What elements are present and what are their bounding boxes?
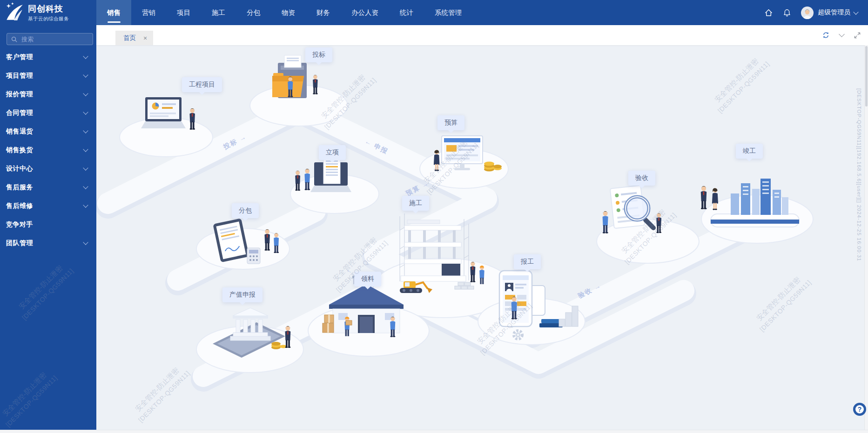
process-label-output-declaration: 产值申报 xyxy=(222,287,262,302)
sidebar-item-label: 设计中心 xyxy=(6,165,33,173)
chevron-down-icon xyxy=(83,147,88,152)
process-illustration: 投标 →← 申报预算 →← 领料验收 → xyxy=(96,45,865,430)
process-label-subcontract: 分包 xyxy=(232,203,259,218)
process-label-bidding: 投标 xyxy=(305,47,332,62)
header-actions: 超级管理员 xyxy=(763,0,868,25)
app-tagline: 基于云的综合服务 xyxy=(28,16,69,22)
sidebar-item-label: 团队管理 xyxy=(6,239,33,247)
construction-graphic xyxy=(400,213,484,293)
process-label-engineering-project: 工程项目 xyxy=(182,77,222,92)
sidebar-item-team[interactable]: 团队管理 xyxy=(0,234,96,253)
brand: 同创科技 基于云的综合服务 xyxy=(0,0,96,27)
sidebar-item-customer[interactable]: 客户管理 xyxy=(0,48,96,67)
nav-tab-hr-office[interactable]: 办公人资 xyxy=(341,0,389,25)
chevron-down-icon xyxy=(853,9,858,14)
sidebar-item-design-center[interactable]: 设计中心 xyxy=(0,160,96,178)
main-content: 投标 →← 申报预算 →← 领料验收 → 工程项目投标预算立项分包施工领料报工产… xyxy=(96,45,865,430)
process-label-construction: 施工 xyxy=(402,196,429,211)
chevron-down-icon xyxy=(83,109,88,114)
sidebar-item-sales-return[interactable]: 销售退货 xyxy=(0,122,96,141)
scrollbar-thumb[interactable] xyxy=(865,46,868,107)
tab-home[interactable]: 首页 × xyxy=(115,31,153,45)
sidebar-item-label: 报价管理 xyxy=(6,90,33,99)
nav-tab-materials[interactable]: 物资 xyxy=(271,0,306,25)
tab-list-dropdown[interactable] xyxy=(837,31,846,40)
bell-icon xyxy=(783,8,791,17)
notifications-button[interactable] xyxy=(782,7,792,18)
tabstrip-actions xyxy=(821,25,861,45)
sidebar-item-label: 合同管理 xyxy=(6,109,33,117)
chevron-down-icon xyxy=(83,165,88,170)
chevron-down-icon xyxy=(83,202,88,207)
sidebar-item-label: 竞争对手 xyxy=(6,220,33,229)
nav-tab-finance[interactable]: 财务 xyxy=(306,0,341,25)
sidebar-item-sales-exchange[interactable]: 销售换货 xyxy=(0,141,96,160)
brand-logo-icon xyxy=(4,2,25,24)
nav-tab-system[interactable]: 系统管理 xyxy=(424,0,472,25)
nav-tab-statistics[interactable]: 统计 xyxy=(389,0,424,25)
nav-tab-project[interactable]: 项目 xyxy=(166,0,201,25)
sidebar-item-label: 售后维修 xyxy=(6,202,33,210)
sidebar-item-after-sales-service[interactable]: 售后服务 xyxy=(0,178,96,197)
sidebar-item-quotation[interactable]: 报价管理 xyxy=(0,85,96,104)
sidebar-item-after-sales-repair[interactable]: 售后维修 xyxy=(0,197,96,215)
process-label-material-requisition: 领料 xyxy=(354,272,381,286)
chevron-down-icon xyxy=(83,128,88,133)
vertical-scrollbar[interactable] xyxy=(864,45,868,430)
nav-tab-sales[interactable]: 销售 xyxy=(96,0,131,25)
user-menu[interactable]: 超级管理员 xyxy=(801,6,858,20)
fullscreen-button[interactable] xyxy=(853,31,861,40)
help-button[interactable]: ? xyxy=(853,403,866,416)
nav-tab-subcontract[interactable]: 分包 xyxy=(236,0,271,25)
sidebar-search[interactable] xyxy=(7,33,93,45)
horizontal-scrollbar[interactable] xyxy=(0,430,868,433)
sidebar-item-label: 项目管理 xyxy=(6,72,33,80)
sidebar: 同创科技 基于云的综合服务 客户管理项目管理报价管理合同管理销售退货销售换货设计… xyxy=(0,0,96,430)
search-icon xyxy=(11,36,18,43)
sidebar-item-contract[interactable]: 合同管理 xyxy=(0,104,96,122)
sidebar-item-label: 售后服务 xyxy=(6,183,33,192)
sidebar-item-project[interactable]: 项目管理 xyxy=(0,67,96,85)
chevron-down-icon xyxy=(83,72,88,77)
nav-tab-construction[interactable]: 施工 xyxy=(201,0,236,25)
home-button[interactable] xyxy=(763,7,774,18)
process-stage: 投标 →← 申报预算 →← 领料验收 → 工程项目投标预算立项分包施工领料报工产… xyxy=(96,45,865,430)
app-root: { "brand": {"name": "同创科技", "tagline": "… xyxy=(0,0,868,433)
sidebar-item-label: 销售换货 xyxy=(6,146,33,154)
sidebar-item-competitor[interactable]: 竞争对手 xyxy=(0,215,96,234)
process-label-completion: 竣工 xyxy=(736,144,763,159)
chevron-down-icon xyxy=(839,31,845,37)
sidebar-item-label: 客户管理 xyxy=(6,53,33,61)
chevron-down-icon xyxy=(83,91,88,96)
process-label-budget: 预算 xyxy=(437,115,464,130)
sidebar-item-label: 销售退货 xyxy=(6,127,33,136)
top-header: 销售营销项目施工分包物资财务办公人资统计系统管理 超级管 xyxy=(96,0,868,25)
chevron-down-icon xyxy=(83,184,88,189)
sidebar-menu: 客户管理项目管理报价管理合同管理销售退货销售换货设计中心售后服务售后维修竞争对手… xyxy=(0,48,96,253)
home-icon xyxy=(764,8,773,17)
chevron-down-icon xyxy=(83,240,88,245)
username: 超级管理员 xyxy=(818,8,850,17)
process-label-work-report: 报工 xyxy=(514,254,541,269)
page-tabstrip: 首页 × xyxy=(96,25,868,45)
refresh-icon xyxy=(822,31,830,39)
search-input[interactable] xyxy=(20,35,87,43)
refresh-button[interactable] xyxy=(821,31,830,40)
avatar xyxy=(801,6,814,20)
close-icon[interactable]: × xyxy=(143,35,147,41)
top-nav-tabs: 销售营销项目施工分包物资财务办公人资统计系统管理 xyxy=(96,0,763,25)
process-label-acceptance: 验收 xyxy=(628,171,655,186)
tab-home-label: 首页 xyxy=(123,34,136,42)
completion-graphic xyxy=(701,179,799,227)
fullscreen-icon xyxy=(854,32,861,39)
app-title: 同创科技 xyxy=(28,3,69,14)
nav-tab-marketing[interactable]: 营销 xyxy=(131,0,166,25)
chevron-down-icon xyxy=(83,53,88,59)
process-label-project-initiation: 立项 xyxy=(319,145,346,160)
